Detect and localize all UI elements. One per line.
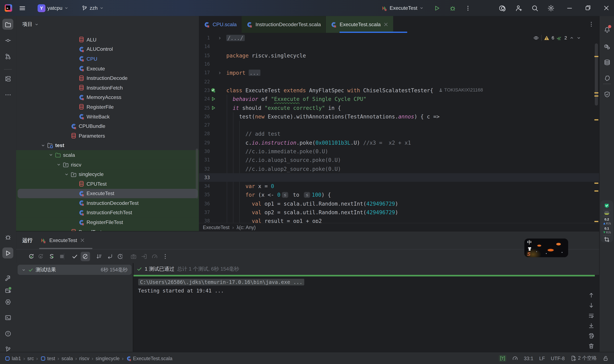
run-tab[interactable]: ExecuteTest [40,232,85,249]
run-test-icon[interactable] [211,105,216,110]
warning-stripe-mark[interactable] [595,56,598,57]
code-line-29[interactable]: 29 c.io.instruction.poke(0x001101b3L.U) … [199,138,599,147]
code-line-30[interactable]: 30 //c.io.immediate.poke(0.U) [199,147,599,156]
stripe-button-bug-gray[interactable] [2,232,14,243]
status-breadcrumb-singlecycle[interactable]: singlecycle [96,356,120,361]
tree-item-MemoryAccess[interactable]: MemoryAccess [16,92,199,102]
console-command-line[interactable]: C:\Users\26586\.jdks\temurin-17.0.16\bin… [138,279,304,285]
code-line-15[interactable]: 15package riscv.singlecycle [199,51,599,60]
prev-problem-icon[interactable] [569,36,574,40]
warning-stripe-mark[interactable] [595,183,598,184]
project-widget[interactable]: Y yatcpu [38,0,69,16]
tree-item-InstructionFetch[interactable]: InstructionFetch [16,83,199,92]
stripe-button-structure[interactable] [2,73,14,84]
stripe-button-database[interactable] [601,57,613,68]
code-line-23[interactable]: 23class ExecuteTest extends AnyFlatSpec … [199,86,599,95]
user-add-icon[interactable] [515,4,522,12]
tree-item-InstructionDecode[interactable]: InstructionDecode [16,73,199,83]
stripe-button-more[interactable] [2,89,14,100]
encoding-widget[interactable]: UTF-8 [551,356,565,361]
warning-stripe-mark[interactable] [595,221,598,222]
main-menu-button[interactable] [19,0,26,16]
status-breadcrumb-riscv[interactable]: riscv [79,356,89,361]
stripe-button-pull-request[interactable] [2,51,14,62]
code-line-35[interactable]: 35 for (x <- 0≤ to ≤100) { [199,190,599,199]
ai-icon[interactable] [499,4,506,12]
code-line-33[interactable]: 33 [199,173,599,182]
project-tree-scrollbar[interactable] [196,149,198,199]
code-line-36[interactable]: 36 val op1 = scala.util.Random.nextInt(4… [199,199,599,208]
tree-item-riscv[interactable]: riscv [16,160,199,169]
readonly-lock-icon[interactable] [603,355,609,361]
code-line-16[interactable]: 16 [199,60,599,68]
code-line-14[interactable]: 14 [199,42,599,51]
code-line-27[interactable]: 27 [199,121,599,130]
run-test-passed-icon[interactable] [211,88,216,93]
stripe-button-services[interactable] [2,285,14,296]
arrow-up-icon[interactable] [588,292,594,298]
ime-sogou-widget[interactable]: 中 S [524,238,568,257]
run-toolbar-show-passed-button[interactable] [70,252,80,261]
window-max-icon[interactable] [585,5,591,11]
trash-icon[interactable] [588,343,594,349]
run-toolbar-rerun-failed-button[interactable] [36,252,45,261]
console-output[interactable]: C:\Users\26586\.jdks\temurin-17.0.16\bin… [133,276,599,293]
tree-item-CPUBundle[interactable]: CPUBundle [16,121,199,131]
window-min-icon[interactable] [566,5,573,11]
run-toolbar-auto-test-button[interactable] [47,252,56,261]
run-toolbar-show-ignored-button[interactable] [81,252,90,261]
tab-options-kebab-icon[interactable] [588,21,594,27]
code-line-22[interactable]: 22 [199,77,599,86]
project-panel-header[interactable]: 项目 [16,16,199,32]
window-close-icon[interactable] [603,5,610,11]
ime-logo[interactable]: S [527,252,530,256]
chevron-down-icon[interactable] [41,143,45,148]
stripe-button-hammer[interactable] [2,273,14,284]
run-toolbar-gauge-button[interactable] [150,252,159,261]
status-breadcrumb-lab1[interactable]: lab1 [5,356,21,361]
tree-item-ALUControl[interactable]: ALUControl [16,44,199,54]
tree-item-CPU[interactable]: CPU [16,54,199,64]
more-run-actions-button[interactable] [465,0,471,16]
tree-item-RegisterFile[interactable]: RegisterFile [16,102,199,112]
stripe-button-terminal[interactable] [2,312,14,323]
tree-item-ALU[interactable]: ALU [16,35,199,44]
performance-gauge-icon[interactable] [512,355,518,361]
code-line-26[interactable]: 26 test(new Execute).withAnnotations(Tes… [199,112,599,121]
code-line-17[interactable]: 17import ... [199,68,599,77]
run-toolbar-clock-button[interactable] [115,252,125,261]
debug-button[interactable] [449,0,456,16]
warning-count[interactable]: 6 [552,35,554,40]
ime-skin-shirt-icon[interactable] [527,246,532,251]
warning-stripe-mark[interactable] [595,92,598,93]
breadcrumb[interactable]: λ(c: Any) [237,225,256,230]
arrow-down-icon[interactable] [588,302,594,308]
run-toolbar-import-test-button[interactable] [140,252,149,261]
gear-icon[interactable] [547,4,555,12]
run-configuration-select[interactable]: ExecuteTest [381,0,424,16]
printer-icon[interactable] [588,333,594,339]
ime-mode-indicator[interactable]: 中 [527,239,532,246]
stripe-button-shield[interactable] [601,89,613,100]
tree-item-singlecycle[interactable]: singlecycle [16,169,199,179]
grammar-count[interactable]: 2 [564,35,567,40]
close-tab-icon[interactable] [383,22,389,27]
code-line-24[interactable]: 24 behavior of "Exxecute of Single Cycle… [199,95,599,104]
breadcrumb[interactable]: ExecuteTest [203,225,230,230]
code-line-28[interactable]: 28 // add test [199,130,599,138]
test-results-row[interactable]: 测试结果 6秒 154毫秒 [18,265,132,275]
vcs-branch-widget[interactable]: zzh [81,0,104,16]
editor-tab-InstructionDecoderTest.scala[interactable]: InstructionDecoderTest.scala [242,16,326,33]
run-toolbar-camera-button[interactable] [129,252,138,261]
tree-item-Execute[interactable]: Execute [16,64,199,73]
run-toolbar-rerun-button[interactable] [27,252,36,261]
status-breadcrumb-ExecuteTest.scala[interactable]: ExecuteTest.scala [126,356,172,361]
status-breadcrumb-scala[interactable]: scala [61,356,73,361]
search-icon[interactable] [531,4,538,12]
chevron-down-icon[interactable] [64,172,69,177]
run-test-icon[interactable] [211,96,216,102]
tree-item-BoardTest[interactable]: BoardTest [16,227,199,231]
tree-item-Parameters[interactable]: Parameters [16,131,199,141]
soft-wrap-icon[interactable] [588,312,594,318]
editor-tab-ExecuteTest.scala[interactable]: ExecuteTest.scala [326,16,393,33]
